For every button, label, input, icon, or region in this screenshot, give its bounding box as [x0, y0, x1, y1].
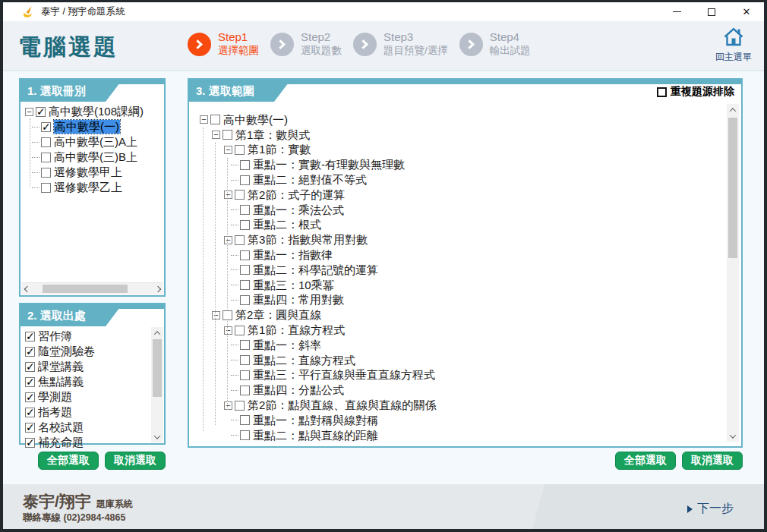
maximize-button[interactable]	[694, 2, 729, 21]
tree-item-label[interactable]: 重點二：根式	[253, 218, 321, 231]
tree-item-label[interactable]: 重點二：點與直線的距離	[253, 429, 378, 442]
tree-row[interactable]: 重點三：10乘冪	[195, 278, 741, 293]
select-all-button[interactable]: 全部選取	[615, 452, 676, 470]
checkbox[interactable]	[25, 423, 35, 433]
tree-item-label[interactable]: 第2節：式子的運算	[248, 188, 345, 202]
close-button[interactable]: ✕	[729, 2, 764, 21]
tree-row[interactable]: 重點一：點對稱與線對稱	[195, 413, 741, 428]
step-3[interactable]: Step3 題目預覽/選擇	[353, 30, 448, 57]
tree-item-label[interactable]: 重點四：分點公式	[253, 383, 344, 397]
tree-item-label[interactable]: 重點一：斜率	[253, 338, 321, 352]
expander-icon[interactable]: −	[212, 311, 220, 320]
scroll-down-arrow[interactable]	[727, 430, 738, 442]
tree-row[interactable]: −第3節：指數與常用對數	[195, 232, 741, 247]
checkbox[interactable]	[25, 347, 35, 357]
tree-item-label[interactable]: 高中數學(三)B上	[54, 150, 137, 164]
deselect-button[interactable]: 取消選取	[682, 452, 743, 470]
tree-item-label[interactable]: 重點二：絕對值不等式	[253, 173, 367, 187]
tree-row[interactable]: 重點一：乘法公式	[195, 203, 741, 218]
checkbox[interactable]	[25, 362, 35, 372]
scrollbar-thumb[interactable]	[728, 118, 737, 258]
tree-item-label[interactable]: 課堂講義	[38, 360, 84, 373]
tree-row[interactable]: 重點二：直線方程式	[195, 353, 741, 368]
checkbox[interactable]	[235, 326, 245, 335]
scroll-left-arrow[interactable]	[21, 283, 33, 294]
checkbox[interactable]	[240, 220, 250, 230]
minimize-button[interactable]	[659, 2, 694, 21]
checkbox[interactable]	[240, 355, 250, 365]
checkbox[interactable]	[240, 386, 250, 395]
scroll-right-arrow[interactable]	[152, 283, 163, 294]
horizontal-scrollbar[interactable]	[21, 282, 163, 294]
tree-item-label[interactable]: 第1章：數與式	[235, 128, 310, 142]
tree-item-label[interactable]: 高中數學(一)	[223, 113, 288, 127]
checkbox[interactable]	[240, 205, 250, 215]
tree-item-label[interactable]: 重點四：常用對數	[253, 293, 344, 307]
tree-row[interactable]: 重點四：常用對數	[195, 293, 741, 308]
checkbox[interactable]	[41, 183, 51, 193]
checkbox[interactable]	[240, 370, 250, 380]
tree-row[interactable]: 焦點講義	[21, 374, 164, 389]
checkbox[interactable]	[240, 415, 250, 425]
checkbox[interactable]	[25, 332, 35, 342]
expander-icon[interactable]: −	[224, 236, 232, 244]
checkbox[interactable]	[223, 130, 232, 140]
tree-item-label[interactable]: 重點三：平行直線與垂直直線方程式	[253, 368, 435, 382]
tree-row[interactable]: 指考題	[21, 405, 164, 420]
expander-icon[interactable]: −	[224, 146, 232, 154]
checkbox[interactable]	[25, 408, 35, 417]
tree-row[interactable]: 重點一：指數律	[195, 247, 741, 263]
checkbox[interactable]	[235, 235, 245, 245]
checkbox[interactable]	[41, 137, 51, 147]
tree-item-label[interactable]: 第1節：實數	[248, 143, 311, 156]
checkbox[interactable]	[41, 153, 51, 162]
tree-item-label[interactable]: 高中數學(三)A上	[54, 135, 137, 149]
scroll-up-arrow[interactable]	[151, 327, 163, 338]
expander-icon[interactable]: −	[224, 401, 232, 410]
checkbox[interactable]	[240, 340, 250, 350]
tree-row[interactable]: 高中數學(三)B上	[21, 150, 164, 165]
tree-row[interactable]: −高中數學(108課綱)	[21, 104, 164, 119]
tree-item-label[interactable]: 選修數學乙上	[54, 181, 122, 194]
tree-item-label[interactable]: 重點三：10乘冪	[253, 279, 334, 292]
expander-icon[interactable]: −	[224, 190, 232, 199]
tree-item-label[interactable]: 重點一：實數-有理數與無理數	[253, 158, 405, 172]
dedupe-option[interactable]: 重複題源排除	[657, 85, 734, 99]
tree-row[interactable]: −第1節：直線方程式	[195, 323, 741, 338]
tree-item-label[interactable]: 指考題	[38, 405, 72, 419]
tree-row[interactable]: 重點一：實數-有理數與無理數	[195, 157, 741, 172]
tree-row[interactable]: −第2節：式子的運算	[195, 187, 741, 203]
step-1[interactable]: Step1 選擇範圍	[188, 30, 259, 57]
checkbox[interactable]	[240, 430, 250, 440]
expander-icon[interactable]: −	[200, 115, 208, 124]
tree-item-label[interactable]: 重點二：直線方程式	[253, 354, 355, 367]
tree-item-label[interactable]: 第3節：指數與常用對數	[248, 233, 368, 247]
select-all-button[interactable]: 全部選取	[38, 452, 99, 470]
tree-row[interactable]: 重點一：斜率	[195, 338, 741, 353]
checkbox[interactable]	[210, 115, 220, 124]
tree-row[interactable]: −第1節：實數	[195, 143, 741, 158]
tree-row[interactable]: 補充命題	[21, 435, 164, 450]
checkbox[interactable]	[25, 438, 35, 448]
step-4[interactable]: Step4 輸出試題	[459, 30, 531, 57]
tree-item-label[interactable]: 高中數學(108課綱)	[49, 105, 144, 118]
home-button[interactable]: 回主選單	[715, 27, 752, 64]
next-step-button[interactable]: 下一步	[687, 501, 734, 517]
scroll-down-arrow[interactable]	[151, 431, 163, 442]
tree-row[interactable]: −高中數學(一)	[195, 112, 741, 127]
expander-icon[interactable]: −	[212, 131, 220, 139]
expander-icon[interactable]: −	[224, 326, 232, 335]
checkbox[interactable]	[240, 265, 250, 275]
tree-item-label[interactable]: 焦點講義	[38, 375, 84, 389]
checkbox[interactable]	[25, 392, 35, 402]
tree-row[interactable]: 重點二：絕對值不等式	[195, 172, 741, 187]
vertical-scrollbar[interactable]	[727, 104, 739, 442]
tree-item-label[interactable]: 重點二：科學記號的運算	[253, 263, 378, 277]
checkbox[interactable]	[240, 295, 250, 305]
checkbox[interactable]	[240, 175, 250, 185]
tree-item-label[interactable]: 第1節：直線方程式	[248, 323, 345, 337]
tree-item-label[interactable]: 高中數學(一)	[54, 120, 120, 134]
tree-item-label[interactable]: 第2節：點與直線、直線與直線的關係	[248, 398, 436, 412]
tree-row[interactable]: 名校試題	[21, 420, 164, 435]
tree-item-label[interactable]: 學測題	[38, 390, 72, 404]
